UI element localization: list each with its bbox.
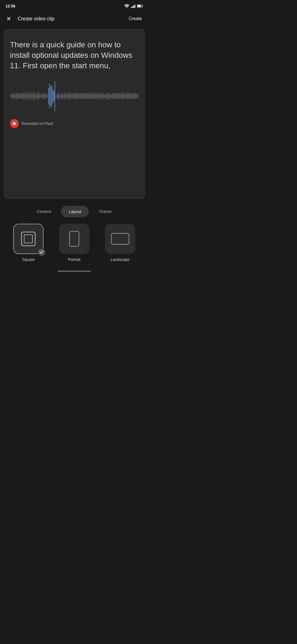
svg-rect-129 [138,93,139,99]
layout-options: Square Portrait Landscape [0,220,148,271]
status-time: 12:56 [6,4,15,8]
svg-rect-2 [133,5,134,8]
create-button[interactable]: Create [127,14,144,23]
svg-rect-39 [44,94,45,98]
svg-rect-91 [98,94,99,99]
svg-rect-72 [78,94,79,98]
svg-rect-122 [131,93,131,99]
svg-rect-44 [49,84,50,108]
svg-rect-103 [111,94,111,98]
svg-rect-62 [68,93,68,99]
checkmark-icon [40,251,43,253]
svg-rect-69 [75,94,76,99]
svg-rect-127 [136,94,136,99]
layout-icon-landscape [105,224,135,254]
svg-rect-81 [88,93,88,99]
portrait-layout-icon [69,231,80,247]
svg-rect-40 [45,93,46,99]
svg-rect-108 [116,94,117,99]
recorded-text: Recorded on Pixel [21,121,53,126]
svg-rect-53 [58,92,59,100]
svg-rect-14 [18,94,18,98]
close-button[interactable] [4,14,13,23]
svg-rect-0 [131,7,132,8]
svg-rect-36 [41,94,42,98]
layout-option-square[interactable]: Square [13,224,43,262]
tab-layout[interactable]: Layout [61,206,89,217]
svg-rect-55 [60,94,61,98]
svg-rect-132 [70,231,79,246]
layout-icon-square [13,224,43,254]
svg-rect-112 [120,93,121,99]
signal-icon [131,4,135,8]
svg-rect-66 [72,93,72,99]
svg-rect-61 [67,94,67,98]
tab-content[interactable]: Content [29,206,59,217]
layout-option-landscape[interactable]: Landscape [105,224,135,262]
svg-rect-7 [10,95,11,97]
svg-rect-48 [54,91,54,102]
svg-rect-107 [115,92,116,100]
svg-rect-58 [64,94,64,98]
svg-rect-22 [26,93,27,99]
svg-rect-92 [99,94,100,98]
svg-rect-116 [124,94,125,98]
svg-rect-89 [96,94,97,98]
svg-rect-123 [132,94,132,98]
preview-area: There is a quick guide on how to install… [3,29,145,199]
svg-rect-90 [97,92,98,100]
svg-rect-6 [142,6,143,7]
svg-rect-111 [119,94,120,98]
svg-rect-63 [69,94,69,98]
layout-option-portrait[interactable]: Portrait [59,224,89,262]
home-indicator-wrap [0,271,148,279]
svg-rect-57 [62,93,63,99]
svg-rect-54 [59,94,60,98]
svg-rect-71 [77,94,78,98]
top-bar-left: Create video clip [4,14,54,23]
status-icons [124,4,143,8]
svg-rect-43 [48,88,49,104]
svg-rect-126 [135,92,136,100]
svg-rect-121 [130,94,130,98]
svg-rect-10 [13,93,14,99]
svg-rect-80 [87,94,87,98]
svg-rect-74 [80,93,81,99]
svg-rect-27 [31,94,32,98]
svg-rect-24 [28,92,29,100]
svg-rect-33 [38,94,38,99]
svg-rect-23 [27,94,28,98]
svg-rect-28 [32,93,33,99]
top-bar: Create video clip Create [0,11,148,26]
layout-label-landscape: Landscape [111,257,130,262]
landscape-layout-icon [111,232,130,246]
svg-rect-86 [93,93,94,99]
close-icon [6,16,12,21]
svg-rect-67 [73,94,73,98]
svg-rect-51 [56,94,57,98]
tab-theme[interactable]: Theme [91,206,119,217]
svg-rect-1 [132,6,133,8]
svg-rect-56 [61,93,62,99]
svg-rect-50 [54,81,55,111]
svg-rect-12 [16,93,16,99]
svg-rect-118 [127,94,127,98]
svg-rect-83 [90,92,90,100]
layout-label-square: Square [22,257,35,262]
svg-rect-35 [40,94,40,98]
svg-rect-115 [123,94,124,99]
svg-rect-38 [43,93,43,99]
svg-rect-101 [109,92,109,100]
battery-icon [137,4,143,8]
svg-rect-93 [100,93,101,99]
svg-rect-79 [86,93,86,99]
svg-rect-34 [39,93,39,99]
svg-rect-52 [57,93,58,99]
svg-rect-102 [110,94,110,98]
square-layout-icon [20,231,37,247]
svg-rect-114 [122,92,123,100]
selected-checkmark [37,248,46,256]
svg-rect-117 [125,93,126,99]
svg-rect-13 [17,92,17,100]
svg-rect-42 [47,94,48,98]
